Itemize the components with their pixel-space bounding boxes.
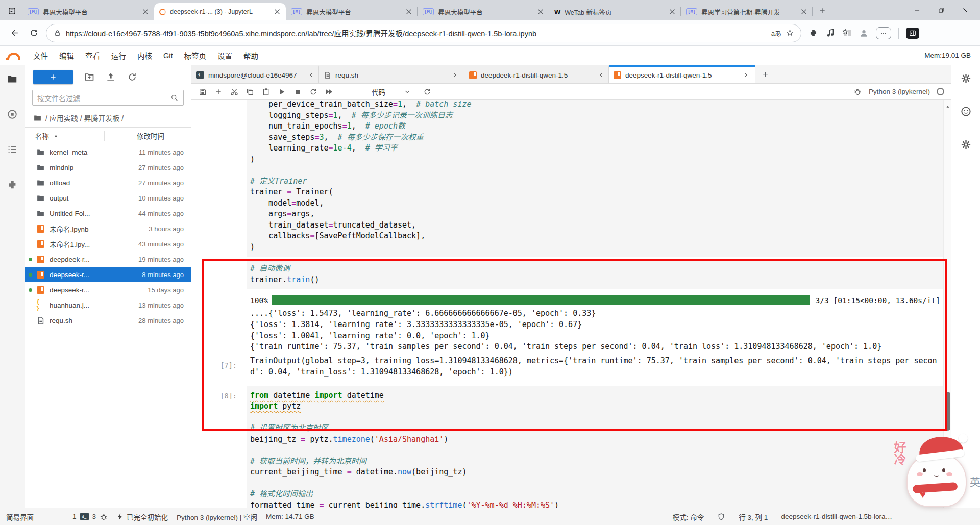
breadcrumb[interactable]: / 应用实践 / 昇腾开发板 / — [25, 108, 191, 127]
tab-close-icon[interactable] — [743, 71, 750, 79]
kernel-name[interactable]: Python 3 (ipykernel) — [869, 88, 930, 95]
favorite-star-icon[interactable] — [786, 29, 794, 37]
save-button[interactable] — [195, 85, 209, 98]
profile-avatar[interactable] — [859, 28, 869, 38]
menu-item-运行[interactable]: 运行 — [106, 46, 132, 65]
new-document-tab-button[interactable] — [755, 65, 775, 83]
browser-tab[interactable]: WWeTab 新标签页 — [549, 3, 681, 20]
restart-kernel-button[interactable] — [306, 85, 320, 98]
file-row[interactable]: mindnlp27 minutes ago — [25, 160, 191, 175]
copy-cell-button[interactable] — [243, 85, 257, 98]
file-row[interactable]: Untitled Fol...44 minutes ago — [25, 206, 191, 221]
minimize-button[interactable] — [905, 0, 929, 20]
run-cell-button[interactable] — [275, 85, 288, 98]
tab-close-icon[interactable] — [404, 7, 413, 16]
menu-item-文件[interactable]: 文件 — [28, 46, 54, 65]
more-menu-button[interactable] — [876, 27, 891, 39]
browser-tab[interactable]: [M]昇思大模型平台 — [286, 3, 418, 20]
tab-close-icon[interactable] — [799, 7, 808, 16]
sidebar-item-extensions[interactable] — [7, 179, 18, 190]
file-row[interactable]: requ.sh28 minutes ago — [25, 313, 191, 328]
file-row[interactable]: { }huanhuan.j...13 minutes ago — [25, 297, 191, 313]
notebook-mode[interactable]: 模式: 命令 — [673, 512, 704, 522]
browser-tab[interactable]: [M]昇思大模型平台 — [418, 3, 549, 20]
code-cell[interactable]: from datetime import datetimeimport pytz… — [247, 386, 943, 508]
scroll-up-icon[interactable] — [945, 104, 950, 109]
running-sessions[interactable]: 1 $_ 3 — [72, 513, 108, 521]
document-tab[interactable]: requ.sh — [319, 65, 464, 83]
file-filter-input[interactable]: 按文件名过滤 — [32, 90, 184, 106]
code-cell[interactable]: # 启动微调trainer.train() — [247, 259, 943, 289]
settings-gear-icon[interactable] — [960, 72, 972, 84]
document-tab[interactable]: deepseek-r1-distill-qwen-1.5 — [609, 65, 755, 83]
browser-tab[interactable]: deepseek-r1-... (3) - JupyterL — [154, 3, 286, 20]
lsp-status[interactable]: 已完全初始化 — [116, 512, 168, 522]
extensions-icon[interactable] — [808, 28, 818, 38]
refresh-button[interactable] — [127, 72, 137, 82]
restore-button[interactable] — [929, 0, 953, 20]
menu-item-帮助[interactable]: 帮助 — [238, 46, 264, 65]
kernel-status-text[interactable]: Python 3 (ipykernel) | 空闲 — [177, 512, 257, 522]
tab-close-icon[interactable] — [668, 7, 677, 16]
upload-button[interactable] — [106, 72, 116, 82]
interrupt-kernel-button[interactable] — [290, 85, 304, 98]
menu-item-Git[interactable]: Git — [158, 46, 179, 65]
trust-shield-icon[interactable] — [717, 513, 725, 521]
kernel-status-icon[interactable] — [937, 88, 944, 95]
back-button[interactable] — [7, 26, 21, 40]
notebook-scroll-area[interactable]: per_device_train_batch_size=1, # batch s… — [191, 100, 951, 508]
media-icon[interactable] — [825, 28, 835, 38]
new-folder-button[interactable] — [84, 72, 94, 82]
url-text[interactable]: https://cloud-e16e4967-5788-4f91-9035-f5… — [66, 28, 767, 38]
menu-item-标签页[interactable]: 标签页 — [179, 46, 212, 65]
tab-close-icon[interactable] — [597, 71, 604, 79]
paste-cell-button[interactable] — [259, 85, 273, 98]
tab-close-icon[interactable] — [307, 71, 314, 79]
cut-cell-button[interactable] — [227, 85, 241, 98]
close-window-button[interactable] — [953, 0, 977, 20]
column-name[interactable]: 名称 — [35, 131, 104, 141]
breadcrumb-path[interactable]: / 应用实践 / 昇腾开发板 / — [45, 113, 124, 123]
sidebar-item-files[interactable] — [7, 73, 18, 85]
sidebar-item-toc[interactable] — [7, 144, 18, 155]
tab-actions-button[interactable] — [3, 3, 20, 18]
cell-type-dropdown[interactable]: 代码 — [372, 87, 411, 97]
file-row[interactable]: deepseek-r...15 days ago — [25, 282, 191, 297]
code-cell[interactable]: per_device_train_batch_size=1, # batch s… — [247, 100, 943, 257]
tab-close-icon[interactable] — [273, 7, 282, 16]
url-box[interactable]: https://cloud-e16e4967-5788-4f91-9035-f5… — [46, 24, 801, 42]
property-inspector-gear-icon[interactable] — [960, 139, 972, 151]
debugger-bug-icon[interactable] — [853, 87, 862, 96]
cursor-position[interactable]: 行 3, 列 1 — [739, 512, 768, 522]
browser-tab[interactable]: [M]昇思学习营第七期-昇腾开发 — [681, 3, 813, 20]
file-row[interactable]: 未命名.ipynb3 hours ago — [25, 221, 191, 236]
sidebar-item-running[interactable] — [7, 109, 18, 120]
file-row[interactable]: kernel_meta11 minutes ago — [25, 144, 191, 160]
menu-item-查看[interactable]: 查看 — [80, 46, 106, 65]
assistant-face-icon[interactable] — [960, 106, 972, 117]
column-modified[interactable]: 修改时间 — [104, 131, 191, 141]
menu-item-设置[interactable]: 设置 — [212, 46, 238, 65]
scrollbar-thumb[interactable] — [945, 392, 950, 431]
document-tab[interactable]: $_mindspore@cloud-e16e4967 — [191, 65, 319, 83]
new-tab-button[interactable] — [815, 3, 830, 18]
menu-item-内核[interactable]: 内核 — [132, 46, 158, 65]
file-row[interactable]: deepseek-r...8 minutes ago — [25, 267, 191, 282]
file-row[interactable]: offload27 minutes ago — [25, 175, 191, 190]
tab-close-icon[interactable] — [536, 7, 545, 16]
tab-close-icon[interactable] — [452, 71, 459, 79]
browser-tab[interactable]: [M]昇思大模型平台 — [22, 3, 154, 20]
reload-button[interactable] — [27, 26, 41, 40]
edge-sidebar-button[interactable] — [906, 28, 919, 39]
sync-button[interactable] — [420, 85, 434, 98]
tab-close-icon[interactable] — [141, 7, 150, 16]
insert-cell-button[interactable] — [211, 85, 225, 98]
file-row[interactable]: 未命名1.ipy...43 minutes ago — [25, 236, 191, 252]
document-tab[interactable]: deepdeek-r1-distill-qwen-1.5 — [464, 65, 609, 83]
file-row[interactable]: deepdeek-r...19 minutes ago — [25, 252, 191, 267]
file-row[interactable]: output10 minutes ago — [25, 190, 191, 206]
translate-icon[interactable]: aあ — [771, 28, 781, 38]
menu-item-编辑[interactable]: 编辑 — [54, 46, 80, 65]
new-launcher-button[interactable] — [33, 70, 73, 84]
restart-run-all-button[interactable] — [322, 85, 336, 98]
